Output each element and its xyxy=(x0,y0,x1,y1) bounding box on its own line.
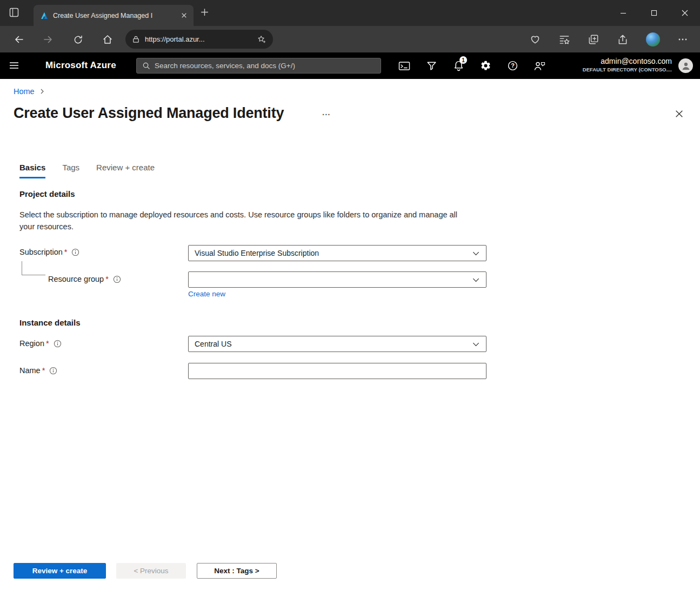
name-input[interactable] xyxy=(188,363,486,379)
directories-filter-button[interactable] xyxy=(418,52,445,79)
portal-header-icons: 1 ? xyxy=(391,52,553,79)
chevron-down-icon xyxy=(472,340,480,348)
cloud-shell-button[interactable] xyxy=(391,52,418,79)
cloud-shell-icon xyxy=(398,60,410,72)
global-search xyxy=(136,58,381,74)
new-tab-button[interactable] xyxy=(200,8,209,17)
region-value: Central US xyxy=(195,340,231,348)
region-label-row: Region * xyxy=(19,339,62,348)
browser-essentials-button[interactable] xyxy=(529,34,541,45)
create-identity-page: Home Create User Assigned Managed Identi… xyxy=(0,79,700,590)
tab-tags[interactable]: Tags xyxy=(62,163,79,178)
browser-toolbar-icons xyxy=(529,26,688,52)
create-new-link[interactable]: Create new xyxy=(188,290,225,298)
project-details-description: Select the subscription to manage deploy… xyxy=(19,209,468,233)
plus-icon xyxy=(200,8,209,17)
window-close-button[interactable] xyxy=(669,0,700,26)
global-search-input[interactable] xyxy=(155,62,375,70)
region-dropdown[interactable]: Central US xyxy=(188,336,486,352)
close-icon xyxy=(180,11,188,19)
chevron-down-icon xyxy=(472,249,480,257)
address-bar[interactable]: https://portal.azur... xyxy=(125,30,273,49)
close-icon xyxy=(675,109,684,118)
more-options-button[interactable]: ... xyxy=(322,108,331,117)
tab-actions-icon xyxy=(9,7,19,18)
notification-badge: 1 xyxy=(459,56,467,64)
maximize-icon xyxy=(651,10,657,16)
svg-text:?: ? xyxy=(511,62,515,69)
settings-button[interactable] xyxy=(472,52,499,79)
home-button[interactable] xyxy=(98,30,117,49)
share-button[interactable] xyxy=(617,34,629,45)
instance-details-heading: Instance details xyxy=(19,318,81,327)
lock-icon[interactable] xyxy=(132,35,140,43)
browser-tab[interactable]: Create User Assigned Managed I xyxy=(34,5,194,26)
previous-button[interactable]: < Previous xyxy=(116,563,186,579)
help-button[interactable]: ? xyxy=(499,52,526,79)
azure-header: Microsoft Azure 1 ? xyxy=(0,52,700,79)
chevron-right-icon xyxy=(39,88,45,95)
browser-profile-button[interactable] xyxy=(646,32,660,47)
collections-icon xyxy=(588,34,599,45)
field-connector-line xyxy=(22,261,45,275)
chevron-down-icon xyxy=(472,276,480,284)
minimize-icon xyxy=(620,10,626,16)
breadcrumb-home-link[interactable]: Home xyxy=(14,87,35,96)
gear-icon xyxy=(480,60,491,71)
close-page-button[interactable] xyxy=(675,109,684,118)
tab-actions-button[interactable] xyxy=(9,7,19,18)
region-label: Region xyxy=(19,339,44,348)
feedback-icon xyxy=(534,61,545,71)
azure-brand[interactable]: Microsoft Azure xyxy=(45,60,116,71)
arrow-left-icon xyxy=(14,34,24,45)
info-icon[interactable] xyxy=(71,248,79,256)
back-button[interactable] xyxy=(10,30,28,49)
tab-basics[interactable]: Basics xyxy=(19,163,45,178)
star-add-icon xyxy=(257,35,266,44)
required-asterisk: * xyxy=(105,275,109,283)
window-maximize-button[interactable] xyxy=(638,0,669,26)
tab-close-button[interactable] xyxy=(180,11,188,19)
window-minimize-button[interactable] xyxy=(608,0,638,26)
info-icon[interactable] xyxy=(54,340,62,348)
info-icon[interactable] xyxy=(49,367,57,375)
help-icon: ? xyxy=(507,60,518,71)
subscription-label-row: Subscription * xyxy=(19,248,79,256)
add-favorite-button[interactable] xyxy=(257,35,266,44)
refresh-icon xyxy=(73,35,83,45)
person-icon xyxy=(681,61,691,71)
browser-window: Create User Assigned Managed I xyxy=(0,0,700,590)
subscription-label: Subscription xyxy=(19,248,63,256)
window-controls xyxy=(608,0,700,26)
breadcrumb: Home xyxy=(14,87,45,96)
next-tags-button[interactable]: Next : Tags > xyxy=(197,563,277,579)
portal-menu-button[interactable] xyxy=(9,60,19,71)
resource-group-label-row: Resource group * xyxy=(48,275,121,283)
resource-group-dropdown[interactable] xyxy=(188,271,486,288)
feedback-button[interactable] xyxy=(526,52,553,79)
subscription-dropdown[interactable]: Visual Studio Enterprise Subscription xyxy=(188,245,486,261)
browser-menu-button[interactable] xyxy=(677,34,688,45)
search-icon xyxy=(142,62,150,70)
azure-favicon xyxy=(40,11,49,20)
account-directory: DEFAULT DIRECTORY (CONTOSO.... xyxy=(583,66,672,73)
name-label-row: Name * xyxy=(19,366,57,375)
account-email: admin@contoso.com xyxy=(583,57,672,66)
collections-button[interactable] xyxy=(588,34,599,45)
forward-button[interactable] xyxy=(39,30,57,49)
share-icon xyxy=(617,34,629,45)
favorites-button[interactable] xyxy=(558,34,570,45)
close-icon xyxy=(681,9,689,17)
refresh-button[interactable] xyxy=(69,30,87,49)
review-create-button[interactable]: Review + create xyxy=(14,563,106,579)
notifications-button[interactable]: 1 xyxy=(445,52,472,79)
required-asterisk: * xyxy=(64,248,68,256)
required-asterisk: * xyxy=(42,366,45,375)
account-avatar-button[interactable] xyxy=(678,58,693,73)
info-icon[interactable] xyxy=(113,275,121,283)
filter-icon xyxy=(426,60,437,71)
url-text: https://portal.azur... xyxy=(145,35,205,43)
browser-essentials-icon xyxy=(529,34,541,45)
ellipsis-icon xyxy=(677,34,688,45)
tab-review-create[interactable]: Review + create xyxy=(96,163,155,178)
